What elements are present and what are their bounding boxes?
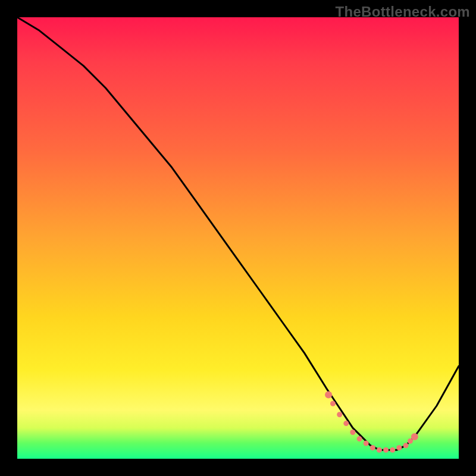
- basin-marker: [408, 439, 413, 444]
- basin-marker: [330, 401, 336, 406]
- basin-marker: [343, 421, 349, 426]
- basin-marker: [337, 412, 342, 417]
- basin-marker: [350, 430, 355, 435]
- basin-marker: [403, 443, 409, 448]
- basin-marker: [411, 433, 418, 440]
- basin-marker: [390, 447, 395, 453]
- bottleneck-curve: [17, 17, 459, 450]
- basin-marker: [364, 441, 369, 446]
- basin-marker: [325, 391, 332, 398]
- basin-marker: [396, 445, 402, 450]
- chart-svg: [17, 17, 459, 459]
- basin-markers-group: [325, 391, 418, 452]
- basin-marker: [377, 447, 382, 453]
- chart-frame: TheBottleneck.com: [0, 0, 476, 476]
- basin-marker: [383, 447, 389, 453]
- basin-marker: [357, 436, 362, 441]
- plot-area: [17, 17, 459, 459]
- basin-marker: [370, 445, 375, 450]
